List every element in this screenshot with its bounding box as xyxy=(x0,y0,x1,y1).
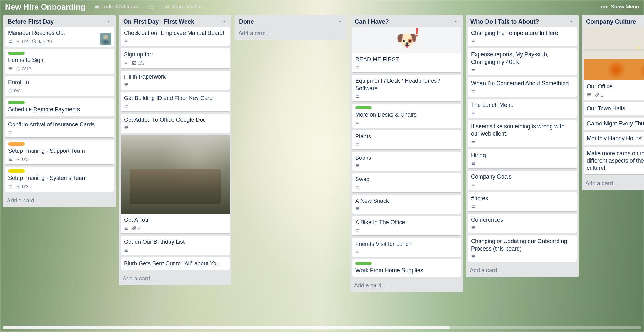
description-badge xyxy=(8,39,13,44)
attachment-badge: 1 xyxy=(595,92,603,97)
card-title: Get Building ID and Floor Key Card xyxy=(124,95,226,102)
card[interactable]: When I'm Concerned About Something xyxy=(468,77,577,96)
list-menu-button[interactable] xyxy=(568,18,575,25)
card-title: The Lunch Menu xyxy=(471,102,574,109)
list-name[interactable]: Done xyxy=(239,18,254,25)
card-title: Equipment / Desk / Headphones / Software xyxy=(355,77,458,92)
description-badge xyxy=(471,254,476,259)
label-green[interactable] xyxy=(355,106,372,109)
card[interactable]: Make more cards on this list to discuss … xyxy=(584,147,644,174)
card-title: Changing or Updating our Onboarding Proc… xyxy=(471,238,574,252)
list-name[interactable]: Who Do I Talk to About? xyxy=(470,18,539,25)
description-badge xyxy=(124,82,129,87)
card[interactable]: Schedule Remote Payments xyxy=(5,98,114,116)
add-card-button[interactable]: Add a card… xyxy=(582,177,644,190)
list-name[interactable]: Company Culture xyxy=(586,18,636,25)
card[interactable]: Changing or Updating our Onboarding Proc… xyxy=(468,235,577,262)
card[interactable]: Plants xyxy=(352,130,461,149)
add-card-button[interactable]: Add a card… xyxy=(119,272,231,285)
card[interactable]: Books xyxy=(352,152,461,171)
card[interactable]: Our Town Halls xyxy=(584,102,644,115)
description-badge xyxy=(471,161,476,166)
card[interactable]: Work From Home Supplies xyxy=(352,259,461,277)
card[interactable]: Get Added To Office Google Doc xyxy=(121,114,230,133)
board-header: New Hire Onboarding Trello Webinars Team… xyxy=(0,0,644,14)
label-yellow[interactable] xyxy=(8,169,25,173)
card-title: Get A Tour xyxy=(124,216,226,224)
list-menu-button[interactable] xyxy=(105,18,112,25)
card[interactable]: Fill in Paperwork xyxy=(121,71,230,90)
card[interactable]: #notes xyxy=(468,192,577,211)
member-avatar[interactable] xyxy=(100,33,111,45)
description-badge xyxy=(124,226,129,230)
card[interactable]: More on Desks & Chairs xyxy=(352,104,461,128)
card[interactable]: Changing the Temperature In Here xyxy=(468,27,577,46)
list-menu-button[interactable] xyxy=(221,18,228,25)
card[interactable]: Expense reports, My Pay-stub, Changing m… xyxy=(468,48,577,75)
add-card-button[interactable]: Add a card… xyxy=(466,264,579,277)
card[interactable]: Conferences xyxy=(468,214,577,233)
description-badge xyxy=(124,61,129,65)
label-green[interactable] xyxy=(8,52,25,55)
card[interactable]: Check out our Employee Manual Board! xyxy=(121,27,230,46)
list-menu-button[interactable] xyxy=(336,18,343,25)
card[interactable]: Game Night Every Thursday xyxy=(584,118,644,130)
card[interactable]: Manager Reaches Out0/4Jan 29 xyxy=(5,27,114,47)
card[interactable]: Confirm Arrival of Insurance Cards xyxy=(5,119,114,137)
label-green[interactable] xyxy=(8,101,25,104)
visibility-button[interactable]: Team Visible xyxy=(162,3,205,11)
card[interactable]: 🐶READ ME FIRST xyxy=(352,27,461,72)
card-cover: 🐶 xyxy=(352,27,461,53)
show-menu-button[interactable]: ••• Show Menu xyxy=(601,4,639,10)
list-menu-button[interactable] xyxy=(452,18,459,25)
org-name-button[interactable]: Trello Webinars xyxy=(91,3,142,11)
card-title: Sign up for: xyxy=(124,51,226,58)
card[interactable]: Friends Visit for Lunch xyxy=(352,238,461,257)
card-labels xyxy=(355,262,458,265)
card-title: Check out our Employee Manual Board! xyxy=(124,30,226,37)
label-green[interactable] xyxy=(355,262,372,265)
add-card-button[interactable]: Add a card… xyxy=(350,279,463,292)
star-icon xyxy=(149,4,154,9)
card[interactable]: Setup Training - Systems Team0/3 xyxy=(5,167,114,191)
card[interactable]: Get A Tour2 xyxy=(121,135,230,233)
description-badge xyxy=(355,142,360,147)
card[interactable]: Company Goals xyxy=(468,171,577,190)
card[interactable]: It seems like something is wrong with ou… xyxy=(468,120,577,147)
card[interactable]: Our Office1 xyxy=(584,27,644,100)
horizontal-scrollbar[interactable] xyxy=(3,326,641,329)
card-title: Plants xyxy=(355,133,458,140)
card[interactable]: Hiring xyxy=(468,149,577,168)
card[interactable]: Sign up for:0/6 xyxy=(121,48,230,68)
card[interactable]: Forms to Sign3/13 xyxy=(5,49,114,74)
card[interactable]: A Bike In The Office xyxy=(352,216,461,235)
card[interactable]: Blurb Gets Sent Out to "All" about You xyxy=(121,257,230,270)
card-title: Our Office xyxy=(587,83,644,90)
card[interactable]: A New Snack xyxy=(352,195,461,214)
card[interactable]: Enroll In0/8 xyxy=(5,76,114,96)
label-orange[interactable] xyxy=(8,142,25,146)
list: Who Do I Talk to About?Changing the Temp… xyxy=(466,15,579,277)
card-title: Expense reports, My Pay-stub, Changing m… xyxy=(471,51,574,66)
card[interactable]: Setup Training - Support Team0/3 xyxy=(5,140,114,164)
card[interactable]: Monthly Happy Hours! xyxy=(584,132,644,145)
add-card-button[interactable]: Add a card… xyxy=(3,194,116,207)
board-title[interactable]: New Hire Onboarding xyxy=(5,3,86,12)
card[interactable]: Swag xyxy=(352,173,461,192)
card[interactable]: Get on Our Birthday List xyxy=(121,236,230,255)
list-name[interactable]: On First Day - First Week xyxy=(123,18,194,25)
list-name[interactable]: Can I Have? xyxy=(355,18,389,25)
card[interactable]: Get Building ID and Floor Key Card xyxy=(121,92,230,111)
card-title: Make more cards on this list to discuss … xyxy=(587,150,644,172)
card[interactable]: The Lunch Menu xyxy=(468,99,577,118)
board-canvas[interactable]: Before First DayManager Reaches Out0/4Ja… xyxy=(0,14,644,325)
card[interactable]: Equipment / Desk / Headphones / Software xyxy=(352,75,461,101)
star-board-button[interactable] xyxy=(146,3,157,11)
description-badge xyxy=(8,130,13,135)
add-card-button[interactable]: Add a card… xyxy=(235,27,347,40)
description-badge xyxy=(355,94,360,99)
scrollbar-thumb[interactable] xyxy=(3,326,450,329)
description-badge xyxy=(471,204,476,209)
list-name[interactable]: Before First Day xyxy=(8,18,54,25)
description-badge xyxy=(471,89,476,94)
